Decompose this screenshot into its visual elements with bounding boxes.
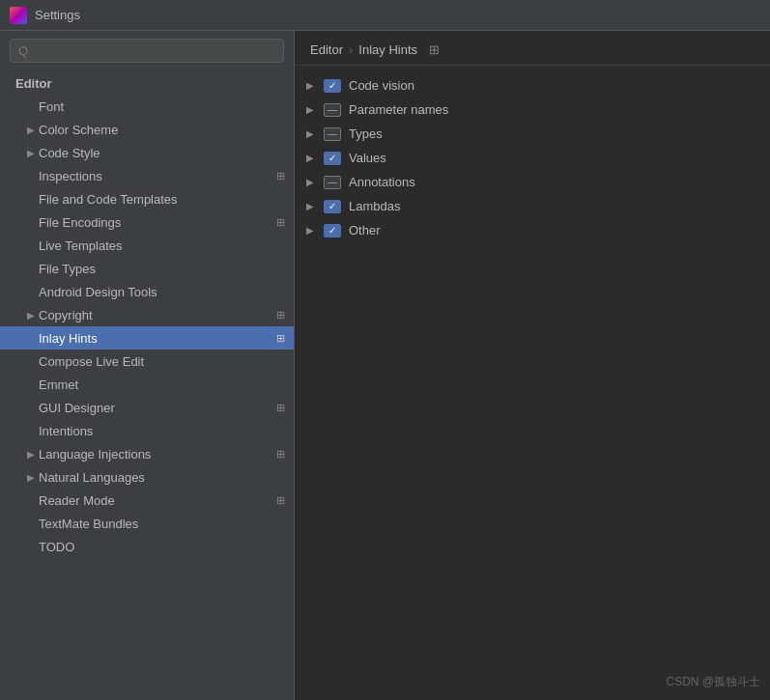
hint-label: Lambdas bbox=[349, 199, 400, 213]
hint-item-lambdas[interactable]: ▶ ✓ Lambdas bbox=[295, 194, 770, 218]
sidebar-item-label: Font bbox=[39, 99, 294, 114]
sidebar-item-label: Inlay Hints bbox=[39, 331, 98, 346]
settings-icon: ⊞ bbox=[272, 446, 288, 462]
sidebar-item-label: TextMate Bundles bbox=[39, 517, 294, 531]
checkbox-annotations[interactable]: — bbox=[324, 176, 341, 189]
sidebar-item-file-code-templates[interactable]: ▶ File and Code Templates bbox=[0, 187, 294, 210]
content-panel: Editor › Inlay Hints ⊞ ▶ ✓ Code vision ▶… bbox=[295, 31, 770, 700]
app-icon bbox=[10, 7, 27, 24]
expand-chevron-icon: ▶ bbox=[306, 177, 320, 187]
sidebar-item-compose-live-edit[interactable]: ▶ Compose Live Edit bbox=[0, 350, 294, 373]
expand-chevron-icon: ▶ bbox=[306, 201, 320, 211]
header-settings-icon: ⊞ bbox=[429, 42, 440, 57]
main-layout: Editor ▶ Font ▶ Color Scheme ▶ Code Styl… bbox=[0, 31, 770, 700]
hint-label: Values bbox=[349, 151, 386, 165]
sidebar-item-inspections[interactable]: ▶ Inspections ⊞ bbox=[0, 164, 294, 187]
hint-item-code-vision[interactable]: ▶ ✓ Code vision bbox=[295, 73, 770, 98]
expand-chevron-icon: ▶ bbox=[306, 128, 320, 139]
breadcrumb-editor: Editor bbox=[310, 42, 343, 57]
sidebar-item-language-injections[interactable]: ▶ Language Injections ⊞ bbox=[0, 442, 294, 465]
hint-item-parameter-names[interactable]: ▶ — Parameter names bbox=[295, 98, 770, 122]
sidebar-item-label: File and Code Templates bbox=[39, 192, 294, 207]
settings-icon: ⊞ bbox=[272, 168, 288, 183]
sidebar-item-copyright[interactable]: ▶ Copyright ⊞ bbox=[0, 303, 294, 326]
hint-label: Code vision bbox=[349, 78, 414, 93]
sidebar-item-font[interactable]: ▶ Font bbox=[0, 95, 294, 118]
content-header: Editor › Inlay Hints ⊞ bbox=[295, 31, 770, 66]
sidebar-item-inlay-hints[interactable]: ▶ Inlay Hints ⊞ bbox=[0, 326, 294, 350]
breadcrumb-inlay-hints: Inlay Hints bbox=[358, 42, 417, 57]
sidebar-item-label: Live Templates bbox=[39, 238, 294, 253]
hint-label: Types bbox=[349, 126, 383, 141]
checkbox-other[interactable]: ✓ bbox=[324, 224, 341, 238]
watermark: CSDN @孤独斗士 bbox=[666, 674, 760, 690]
sidebar-item-label: TODO bbox=[39, 540, 294, 554]
search-input[interactable] bbox=[10, 39, 284, 63]
sidebar-item-label: File Types bbox=[39, 262, 294, 276]
hint-item-annotations[interactable]: ▶ — Annotations bbox=[295, 170, 770, 194]
sidebar: Editor ▶ Font ▶ Color Scheme ▶ Code Styl… bbox=[0, 31, 295, 700]
window-title: Settings bbox=[35, 8, 80, 22]
sidebar-item-natural-languages[interactable]: ▶ Natural Languages bbox=[0, 465, 294, 489]
expand-chevron-icon: ▶ bbox=[306, 225, 320, 236]
sidebar-item-color-scheme[interactable]: ▶ Color Scheme bbox=[0, 118, 294, 141]
settings-icon: ⊞ bbox=[272, 330, 288, 346]
sidebar-item-textmate-bundles[interactable]: ▶ TextMate Bundles bbox=[0, 512, 294, 535]
expand-chevron-icon: ▶ bbox=[306, 80, 320, 91]
sidebar-item-file-types[interactable]: ▶ File Types bbox=[0, 257, 294, 280]
chevron-icon: ▶ bbox=[23, 122, 39, 137]
hint-label: Parameter names bbox=[349, 102, 448, 117]
sidebar-item-android-design-tools[interactable]: ▶ Android Design Tools bbox=[0, 280, 294, 303]
chevron-icon: ▶ bbox=[23, 469, 39, 485]
sidebar-tree: Editor ▶ Font ▶ Color Scheme ▶ Code Styl… bbox=[0, 70, 294, 700]
hint-label: Other bbox=[349, 223, 381, 238]
expand-chevron-icon: ▶ bbox=[306, 104, 320, 115]
sidebar-item-gui-designer[interactable]: ▶ GUI Designer ⊞ bbox=[0, 396, 294, 419]
hint-item-other[interactable]: ▶ ✓ Other bbox=[295, 218, 770, 242]
settings-icon: ⊞ bbox=[272, 492, 288, 508]
expand-chevron-icon: ▶ bbox=[306, 153, 320, 163]
sidebar-item-label: Code Style bbox=[39, 146, 294, 160]
sidebar-item-label: Inspections bbox=[39, 169, 102, 183]
sidebar-item-label: GUI Designer bbox=[39, 401, 115, 415]
sidebar-item-live-templates[interactable]: ▶ Live Templates bbox=[0, 234, 294, 257]
content-body: ▶ ✓ Code vision ▶ — Parameter names ▶ — … bbox=[295, 66, 770, 700]
chevron-icon: ▶ bbox=[23, 446, 39, 462]
settings-icon: ⊞ bbox=[272, 307, 288, 322]
sidebar-item-label: File Encodings bbox=[39, 215, 121, 230]
hint-label: Annotations bbox=[349, 175, 415, 189]
editor-section-label: Editor bbox=[0, 70, 294, 95]
sidebar-item-label: Intentions bbox=[39, 424, 294, 438]
sidebar-item-emmet[interactable]: ▶ Emmet bbox=[0, 373, 294, 396]
sidebar-item-label: Android Design Tools bbox=[39, 285, 294, 299]
settings-icon: ⊞ bbox=[272, 400, 288, 415]
checkbox-types[interactable]: — bbox=[324, 127, 341, 141]
checkbox-values[interactable]: ✓ bbox=[324, 152, 341, 165]
sidebar-item-label: Reader Mode bbox=[39, 493, 115, 508]
title-bar: Settings bbox=[0, 0, 770, 31]
sidebar-item-label: Copyright bbox=[39, 308, 93, 322]
checkbox-code-vision[interactable]: ✓ bbox=[324, 79, 341, 93]
sidebar-item-label: Natural Languages bbox=[39, 470, 294, 485]
settings-icon: ⊞ bbox=[272, 214, 288, 230]
checkbox-parameter-names[interactable]: — bbox=[324, 103, 341, 117]
sidebar-item-intentions[interactable]: ▶ Intentions bbox=[0, 419, 294, 442]
sidebar-item-file-encodings[interactable]: ▶ File Encodings ⊞ bbox=[0, 210, 294, 234]
sidebar-item-label: Color Scheme bbox=[39, 123, 294, 137]
sidebar-item-reader-mode[interactable]: ▶ Reader Mode ⊞ bbox=[0, 489, 294, 512]
breadcrumb-separator: › bbox=[349, 42, 353, 57]
checkbox-lambdas[interactable]: ✓ bbox=[324, 200, 341, 213]
hint-item-types[interactable]: ▶ — Types bbox=[295, 122, 770, 146]
hint-item-values[interactable]: ▶ ✓ Values bbox=[295, 146, 770, 170]
chevron-icon: ▶ bbox=[23, 307, 39, 322]
sidebar-item-label: Language Injections bbox=[39, 447, 151, 462]
sidebar-item-label: Emmet bbox=[39, 378, 294, 392]
chevron-icon: ▶ bbox=[23, 145, 39, 160]
sidebar-item-label: Compose Live Edit bbox=[39, 354, 294, 369]
sidebar-item-todo[interactable]: ▶ TODO bbox=[0, 535, 294, 558]
sidebar-item-code-style[interactable]: ▶ Code Style bbox=[0, 141, 294, 164]
